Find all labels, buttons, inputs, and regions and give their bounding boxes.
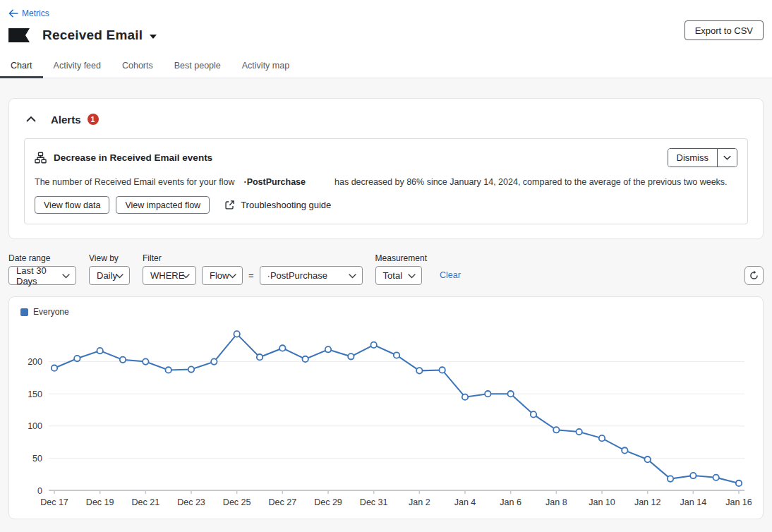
svg-text:Jan 6: Jan 6 (500, 497, 521, 507)
svg-text:Jan 10: Jan 10 (589, 497, 615, 507)
filter-value-select[interactable]: ·PostPurchase (260, 266, 363, 285)
chevron-down-icon (61, 272, 71, 280)
alerts-collapse-button[interactable] (24, 113, 38, 126)
svg-text:0: 0 (37, 486, 42, 496)
view-flow-data-button[interactable]: View flow data (35, 196, 109, 214)
legend-swatch-everyone (20, 308, 28, 316)
alert-body-suffix: has decreased by 86% since January 14, 2… (334, 177, 728, 187)
svg-text:150: 150 (28, 389, 42, 399)
dismiss-dropdown-button[interactable] (717, 149, 737, 167)
chart-card: Everyone 050100150200Dec 17Dec 19Dec 21D… (8, 296, 764, 519)
tab-best-people[interactable]: Best people (164, 54, 231, 78)
chevron-down-icon (348, 272, 357, 280)
svg-text:Jan 16: Jan 16 (725, 497, 752, 507)
alert-flow-name: ·PostPurchase (243, 177, 306, 187)
svg-text:Jan 14: Jan 14 (680, 497, 707, 507)
troubleshooting-guide-label: Troubleshooting guide (241, 200, 331, 210)
view-by-value: Daily (97, 270, 117, 281)
alert-title: Decrease in Received Email events (54, 152, 212, 163)
svg-text:Dec 29: Dec 29 (314, 497, 342, 507)
svg-text:Jan 12: Jan 12 (634, 497, 661, 507)
export-to-csv-button[interactable]: Export to CSV (684, 20, 764, 40)
tab-cohorts[interactable]: Cohorts (111, 54, 164, 78)
tab-activity-map[interactable]: Activity map (231, 54, 300, 78)
chevron-up-icon (25, 114, 37, 124)
troubleshooting-guide-link[interactable]: Troubleshooting guide (224, 200, 331, 210)
view-impacted-flow-button[interactable]: View impacted flow (116, 196, 210, 214)
alert-body: The number of Received Email events for … (35, 177, 737, 187)
chevron-down-icon (407, 272, 416, 280)
tab-chart[interactable]: Chart (0, 54, 43, 78)
tab-bar: Chart Activity feed Cohorts Best people … (0, 54, 772, 78)
clear-filters-link[interactable]: Clear (440, 270, 461, 280)
back-link-label: Metrics (22, 8, 49, 18)
filter-label: Filter (143, 253, 363, 263)
view-by-label: View by (89, 253, 130, 263)
alert-body-prefix: The number of Received Email events for … (35, 177, 234, 187)
svg-text:200: 200 (28, 357, 42, 367)
svg-text:100: 100 (28, 421, 42, 431)
external-link-icon (224, 200, 235, 210)
flow-icon (35, 152, 47, 164)
dismiss-button[interactable]: Dismiss (668, 149, 718, 167)
svg-text:Jan 8: Jan 8 (545, 497, 567, 507)
svg-text:Dec 27: Dec 27 (269, 497, 297, 507)
alerts-title: Alerts (51, 114, 81, 126)
filter-equals-sign: = (248, 270, 254, 281)
svg-text:Dec 31: Dec 31 (360, 497, 388, 507)
legend-label-everyone: Everyone (33, 307, 69, 317)
filter-field-select[interactable]: Flow (202, 266, 243, 285)
svg-text:Dec 19: Dec 19 (86, 497, 114, 507)
alerts-count-badge: 1 (88, 114, 99, 125)
back-to-metrics-link[interactable]: Metrics (8, 8, 49, 18)
filter-field-value: Flow (210, 270, 229, 281)
arrow-left-icon (8, 9, 18, 18)
measurement-label: Measurement (375, 253, 427, 263)
svg-text:Dec 25: Dec 25 (223, 497, 251, 507)
chevron-down-icon (723, 154, 732, 162)
filter-value: ·PostPurchase (267, 270, 327, 281)
tab-activity-feed[interactable]: Activity feed (43, 54, 111, 78)
svg-text:Jan 2: Jan 2 (409, 497, 430, 507)
date-range-select[interactable]: Last 30 Days (8, 266, 76, 285)
svg-text:Jan 4: Jan 4 (454, 497, 476, 507)
svg-text:Dec 21: Dec 21 (132, 497, 160, 507)
date-range-label: Date range (8, 253, 76, 263)
svg-text:Dec 23: Dec 23 (177, 497, 205, 507)
refresh-button[interactable] (744, 266, 764, 285)
view-by-select[interactable]: Daily (89, 266, 130, 285)
svg-text:Dec 17: Dec 17 (40, 497, 68, 507)
dismiss-split-button: Dismiss (668, 148, 738, 167)
svg-text:50: 50 (32, 454, 42, 464)
chevron-down-icon (228, 272, 237, 280)
filters-bar: Date range Last 30 Days View by Daily Fi… (8, 253, 764, 285)
measurement-value: Total (383, 270, 402, 281)
main-content: Alerts 1 Decrease in Received Email even… (0, 98, 772, 519)
metric-flag-icon (8, 28, 30, 42)
filter-where-select[interactable]: WHERE (143, 266, 196, 285)
alerts-card: Alerts 1 Decrease in Received Email even… (8, 98, 764, 239)
chevron-down-icon (115, 272, 124, 280)
line-chart-svg[interactable]: 050100150200Dec 17Dec 19Dec 21Dec 23Dec … (20, 320, 752, 512)
refresh-icon (749, 270, 759, 281)
alert-item: Decrease in Received Email events Dismis… (24, 138, 748, 224)
date-range-value: Last 30 Days (16, 265, 57, 286)
measurement-select[interactable]: Total (375, 266, 422, 285)
caret-down-icon[interactable] (150, 35, 157, 39)
filter-where-value: WHERE (150, 270, 184, 281)
chevron-down-icon (181, 272, 191, 280)
page-title: Received Email (42, 28, 143, 43)
page-header: Metrics Received Email Export to CSV Cha… (0, 0, 772, 78)
chart-legend: Everyone (20, 307, 752, 317)
